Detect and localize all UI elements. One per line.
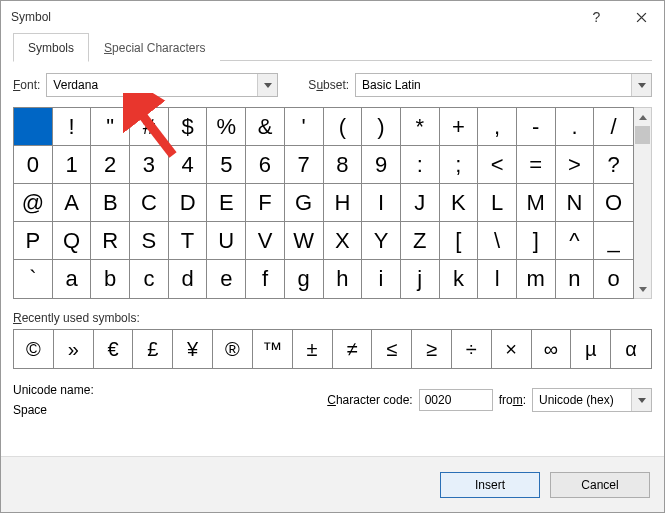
symbol-cell[interactable]: ` [14, 260, 53, 298]
symbol-cell[interactable]: < [478, 146, 517, 184]
symbol-cell[interactable]: W [285, 222, 324, 260]
symbol-cell[interactable]: l [478, 260, 517, 298]
recent-cell[interactable]: » [54, 330, 94, 368]
close-button[interactable] [619, 2, 664, 32]
symbol-grid[interactable]: !"#$%&'()*+,-./0123456789:;<=>?@ABCDEFGH… [13, 107, 634, 299]
symbol-cell[interactable]: S [130, 222, 169, 260]
symbol-cell[interactable]: f [246, 260, 285, 298]
symbol-cell[interactable]: # [130, 108, 169, 146]
subset-combo[interactable]: Basic Latin [355, 73, 652, 97]
recent-cell[interactable]: µ [571, 330, 611, 368]
symbol-cell[interactable]: % [207, 108, 246, 146]
symbol-cell[interactable]: , [478, 108, 517, 146]
symbol-cell[interactable]: _ [594, 222, 633, 260]
scrollbar[interactable] [634, 107, 652, 299]
symbol-cell[interactable]: m [517, 260, 556, 298]
scroll-thumb[interactable] [635, 126, 650, 144]
recent-cell[interactable]: ≠ [333, 330, 373, 368]
symbol-cell[interactable]: ' [285, 108, 324, 146]
symbol-cell[interactable] [14, 108, 53, 146]
symbol-cell[interactable]: e [207, 260, 246, 298]
symbol-cell[interactable]: - [517, 108, 556, 146]
symbol-cell[interactable]: 1 [53, 146, 92, 184]
symbol-cell[interactable]: 9 [362, 146, 401, 184]
symbol-cell[interactable]: [ [440, 222, 479, 260]
recent-cell[interactable]: ± [293, 330, 333, 368]
symbol-cell[interactable]: H [324, 184, 363, 222]
symbol-cell[interactable]: Q [53, 222, 92, 260]
font-combo[interactable]: Verdana [46, 73, 278, 97]
symbol-cell[interactable]: " [91, 108, 130, 146]
symbol-cell[interactable]: 2 [91, 146, 130, 184]
symbol-cell[interactable]: = [517, 146, 556, 184]
symbol-cell[interactable]: J [401, 184, 440, 222]
help-button[interactable]: ? [574, 2, 619, 32]
cancel-button[interactable]: Cancel [550, 472, 650, 498]
char-code-input[interactable] [419, 389, 493, 411]
recent-cell[interactable]: © [14, 330, 54, 368]
symbol-cell[interactable]: E [207, 184, 246, 222]
symbol-cell[interactable]: G [285, 184, 324, 222]
recent-cell[interactable]: € [94, 330, 134, 368]
symbol-cell[interactable]: 6 [246, 146, 285, 184]
insert-button[interactable]: Insert [440, 472, 540, 498]
tab-symbols[interactable]: Symbols [13, 33, 89, 62]
symbol-cell[interactable]: / [594, 108, 633, 146]
symbol-cell[interactable]: i [362, 260, 401, 298]
recent-cell[interactable]: ¥ [173, 330, 213, 368]
recent-cell[interactable]: £ [133, 330, 173, 368]
symbol-cell[interactable]: h [324, 260, 363, 298]
symbol-cell[interactable]: j [401, 260, 440, 298]
symbol-cell[interactable]: 5 [207, 146, 246, 184]
symbol-cell[interactable]: X [324, 222, 363, 260]
symbol-cell[interactable]: R [91, 222, 130, 260]
tab-special-characters[interactable]: Special Characters [89, 33, 220, 61]
symbol-cell[interactable]: T [169, 222, 208, 260]
recent-cell[interactable]: ÷ [452, 330, 492, 368]
recent-cell[interactable]: ≤ [372, 330, 412, 368]
symbol-cell[interactable]: ! [53, 108, 92, 146]
symbol-cell[interactable]: & [246, 108, 285, 146]
symbol-cell[interactable]: K [440, 184, 479, 222]
symbol-cell[interactable]: 8 [324, 146, 363, 184]
symbol-cell[interactable]: Y [362, 222, 401, 260]
symbol-cell[interactable]: 7 [285, 146, 324, 184]
symbol-cell[interactable]: a [53, 260, 92, 298]
recent-cell[interactable]: ∞ [532, 330, 572, 368]
recent-grid[interactable]: ©»€£¥®™±≠≤≥÷×∞µα [13, 329, 652, 369]
symbol-cell[interactable]: ) [362, 108, 401, 146]
recent-cell[interactable]: × [492, 330, 532, 368]
symbol-cell[interactable]: ; [440, 146, 479, 184]
symbol-cell[interactable]: ] [517, 222, 556, 260]
symbol-cell[interactable]: V [246, 222, 285, 260]
symbol-cell[interactable]: : [401, 146, 440, 184]
symbol-cell[interactable]: d [169, 260, 208, 298]
symbol-cell[interactable]: I [362, 184, 401, 222]
symbol-cell[interactable]: 3 [130, 146, 169, 184]
symbol-cell[interactable]: C [130, 184, 169, 222]
symbol-cell[interactable]: B [91, 184, 130, 222]
scroll-up-icon[interactable] [634, 108, 651, 126]
symbol-cell[interactable]: . [556, 108, 595, 146]
symbol-cell[interactable]: > [556, 146, 595, 184]
symbol-cell[interactable]: U [207, 222, 246, 260]
recent-cell[interactable]: ™ [253, 330, 293, 368]
symbol-cell[interactable]: $ [169, 108, 208, 146]
symbol-cell[interactable]: M [517, 184, 556, 222]
recent-cell[interactable]: α [611, 330, 651, 368]
symbol-cell[interactable]: ( [324, 108, 363, 146]
symbol-cell[interactable]: O [594, 184, 633, 222]
symbol-cell[interactable]: @ [14, 184, 53, 222]
symbol-cell[interactable]: N [556, 184, 595, 222]
symbol-cell[interactable]: L [478, 184, 517, 222]
symbol-cell[interactable]: o [594, 260, 633, 298]
symbol-cell[interactable]: b [91, 260, 130, 298]
symbol-cell[interactable]: k [440, 260, 479, 298]
symbol-cell[interactable]: 0 [14, 146, 53, 184]
symbol-cell[interactable]: g [285, 260, 324, 298]
symbol-cell[interactable]: n [556, 260, 595, 298]
recent-cell[interactable]: ® [213, 330, 253, 368]
scroll-down-icon[interactable] [634, 280, 651, 298]
symbol-cell[interactable]: \ [478, 222, 517, 260]
symbol-cell[interactable]: A [53, 184, 92, 222]
